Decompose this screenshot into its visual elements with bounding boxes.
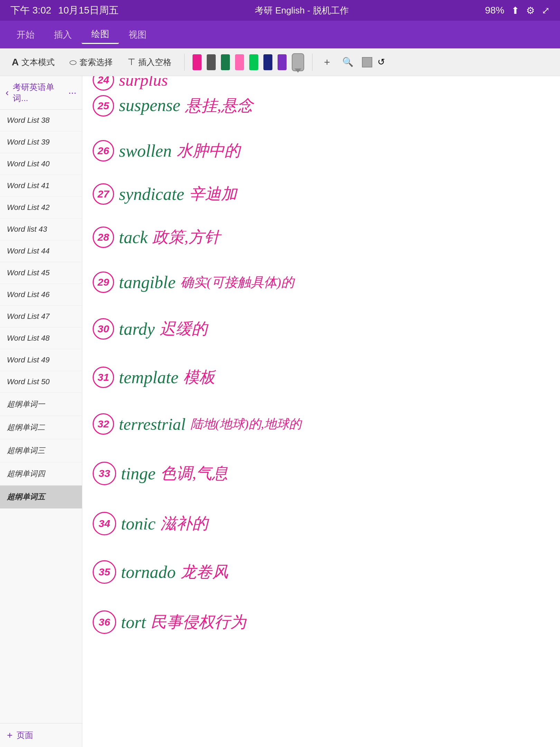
- circle-29: 29: [93, 271, 114, 293]
- hw-entry-30: 30 tardy 迟缓的: [93, 318, 207, 340]
- divider2: [312, 54, 312, 71]
- sidebar-item-extra-5[interactable]: 超纲单词五: [0, 486, 82, 509]
- word-36: tort: [121, 612, 146, 632]
- sidebar-list[interactable]: Word List 38 Word List 39 Word List 40 W…: [0, 110, 82, 723]
- word-25: suspense: [119, 95, 180, 115]
- status-right: 98% ⬆ ⚙ ⤢: [485, 5, 550, 16]
- text-mode-button[interactable]: A 文本模式: [7, 55, 59, 70]
- word-27: syndicate: [119, 184, 184, 204]
- meaning-29: 确实(可接触具体)的: [180, 274, 294, 291]
- sidebar-item-word-list-41[interactable]: Word List 41: [0, 175, 82, 197]
- word-28: tack: [119, 227, 148, 247]
- meaning-34: 滋补的: [160, 513, 208, 534]
- sidebar-item-word-list-47[interactable]: Word List 47: [0, 306, 82, 328]
- extra-tool-button[interactable]: ↺: [377, 57, 385, 67]
- hw-entry-31: 31 template 模板: [93, 367, 215, 388]
- canvas-color-button[interactable]: [362, 57, 372, 67]
- circle-28: 28: [93, 227, 114, 248]
- hw-entry-32: 32 terrestrial 陆地(地球)的,地球的: [93, 413, 301, 435]
- hw-entry-25: 25 suspense 悬挂,悬念: [93, 95, 253, 117]
- sidebar: ‹ 考研英语单词... ··· Word List 38 Word List 3…: [0, 76, 82, 747]
- circle-33: 33: [93, 462, 116, 485]
- word-34: tonic: [121, 514, 156, 534]
- text-mode-label: 文本模式: [21, 57, 55, 68]
- meaning-28: 政策,方针: [152, 227, 220, 248]
- meaning-36: 民事侵权行为: [151, 611, 246, 633]
- tab-start[interactable]: 开始: [7, 26, 44, 44]
- insert-space-button[interactable]: ⊤ 插入空格: [123, 55, 176, 70]
- sidebar-item-word-list-46[interactable]: Word List 46: [0, 284, 82, 306]
- word-26: swollen: [119, 141, 172, 161]
- tab-toolbar: 开始 插入 绘图 视图: [0, 21, 560, 48]
- sidebar-item-extra-1[interactable]: 超纲单词一: [0, 393, 82, 416]
- circle-25: 25: [93, 95, 114, 117]
- insert-space-icon: ⊤: [128, 57, 136, 67]
- circle-26: 26: [93, 140, 114, 162]
- tab-view[interactable]: 视图: [119, 26, 156, 44]
- word-30: tardy: [119, 319, 155, 339]
- word-33: tinge: [121, 463, 156, 483]
- pen-swatch-pink[interactable]: [193, 54, 202, 70]
- sidebar-item-word-list-49[interactable]: Word List 49: [0, 349, 82, 371]
- meaning-31: 模板: [183, 367, 215, 388]
- sidebar-item-word-list-40[interactable]: Word List 40: [0, 153, 82, 175]
- expand-button[interactable]: ⤢: [542, 5, 550, 16]
- sidebar-item-extra-2[interactable]: 超纲单词二: [0, 416, 82, 439]
- sidebar-item-word-list-43[interactable]: Word list 43: [0, 219, 82, 240]
- meaning-32: 陆地(地球)的,地球的: [190, 416, 301, 433]
- sidebar-item-word-list-39[interactable]: Word List 39: [0, 131, 82, 153]
- word-partial: surplus: [119, 76, 168, 90]
- pen-swatch-green[interactable]: [249, 54, 258, 70]
- handwriting-canvas[interactable]: 24 surplus 25 suspense 悬挂,悬念 26 swollen …: [82, 76, 560, 747]
- tab-insert[interactable]: 插入: [44, 26, 82, 44]
- text-icon: A: [12, 57, 19, 68]
- add-page-label: 页面: [17, 730, 33, 741]
- sidebar-item-word-list-42[interactable]: Word List 42: [0, 197, 82, 219]
- lasso-label: 套索选择: [80, 57, 113, 68]
- sidebar-item-extra-3[interactable]: 超纲单词三: [0, 439, 82, 462]
- hw-entry-partial: 24 surplus: [93, 76, 168, 91]
- sidebar-item-extra-4[interactable]: 超纲单词四: [0, 462, 82, 486]
- pen-swatch-gray[interactable]: [207, 54, 216, 70]
- word-32: terrestrial: [119, 415, 186, 434]
- pen-swatch-selected[interactable]: [292, 53, 304, 71]
- lasso-button[interactable]: ⬭ 套索选择: [65, 55, 118, 70]
- settings-button[interactable]: ⚙: [526, 5, 535, 16]
- add-page-button[interactable]: + 页面: [0, 723, 82, 747]
- sidebar-item-word-list-48[interactable]: Word List 48: [0, 328, 82, 349]
- sidebar-header: ‹ 考研英语单词... ···: [0, 76, 82, 110]
- more-button[interactable]: ···: [68, 87, 76, 98]
- pen-swatch-hotpink[interactable]: [235, 54, 244, 70]
- word-35: tornado: [121, 562, 176, 582]
- hw-entry-29: 29 tangible 确实(可接触具体)的: [93, 271, 294, 293]
- pen-swatch-teal[interactable]: [221, 54, 230, 70]
- pen-swatch-purple[interactable]: [278, 54, 287, 70]
- meaning-30: 迟缓的: [160, 318, 207, 340]
- hw-entry-34: 34 tonic 滋补的: [93, 512, 208, 535]
- sidebar-item-word-list-38[interactable]: Word List 38: [0, 110, 82, 131]
- back-button[interactable]: ‹: [6, 87, 9, 98]
- meaning-26: 水肿中的: [177, 140, 240, 162]
- tab-draw[interactable]: 绘图: [82, 25, 119, 44]
- share-button[interactable]: ⬆: [511, 5, 519, 16]
- word-29: tangible: [119, 272, 176, 292]
- circle-27: 27: [93, 183, 114, 205]
- pen-swatch-navy[interactable]: [263, 54, 272, 70]
- sidebar-title: 考研英语单词...: [13, 82, 64, 104]
- add-pen-button[interactable]: +: [320, 54, 334, 70]
- meaning-33: 色调,气息: [160, 463, 228, 484]
- hw-entry-26: 26 swollen 水肿中的: [93, 140, 240, 162]
- hw-entry-33: 33 tinge 色调,气息: [93, 462, 228, 485]
- app-title: 考研 English - 脱机工作: [255, 4, 349, 17]
- hw-entry-27: 27 syndicate 辛迪加: [93, 183, 237, 205]
- sidebar-item-word-list-45[interactable]: Word List 45: [0, 262, 82, 284]
- sidebar-item-word-list-50[interactable]: Word List 50: [0, 371, 82, 393]
- word-31: template: [119, 367, 178, 387]
- add-icon: +: [7, 730, 12, 741]
- draw-toolbar: A 文本模式 ⬭ 套索选择 ⊤ 插入空格 + 🔍 ↺: [0, 48, 560, 76]
- sidebar-item-word-list-44[interactable]: Word List 44: [0, 240, 82, 262]
- status-left: 下午 3:02 10月15日周五: [10, 4, 119, 17]
- lasso-icon: ⬭: [69, 57, 77, 67]
- status-bar: 下午 3:02 10月15日周五 考研 English - 脱机工作 98% ⬆…: [0, 0, 560, 21]
- loop-button[interactable]: 🔍: [339, 55, 357, 70]
